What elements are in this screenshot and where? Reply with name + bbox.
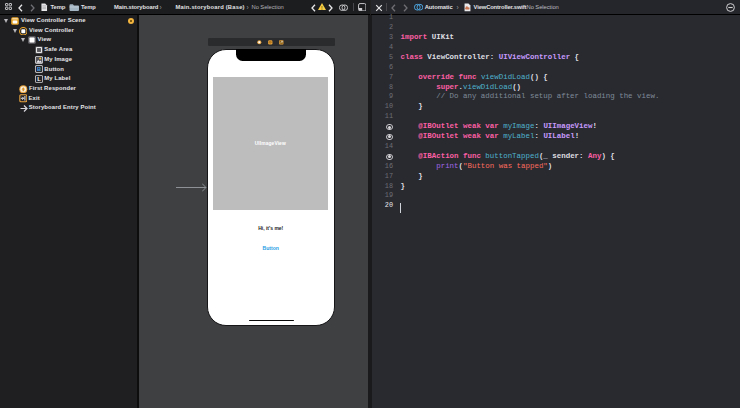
svg-text:B: B <box>36 66 40 72</box>
svg-text:L: L <box>37 76 41 82</box>
